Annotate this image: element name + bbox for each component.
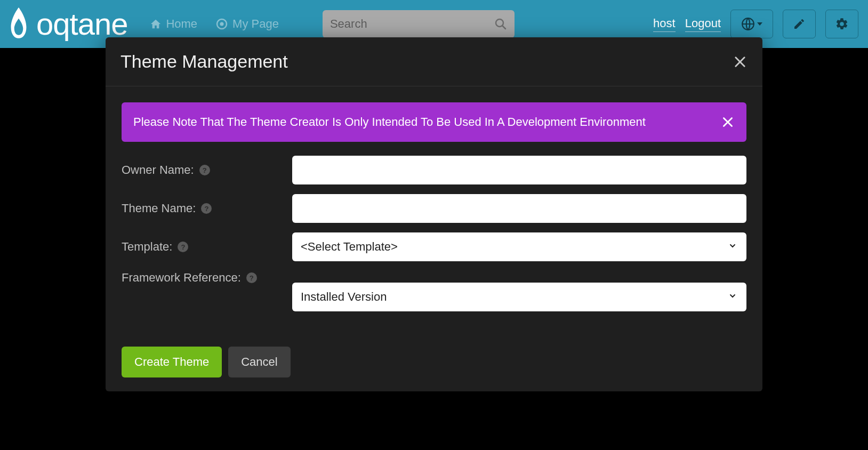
settings-button[interactable] (825, 10, 858, 38)
nav-right: host Logout (653, 10, 858, 38)
alert-text: Please Note That The Theme Creator Is On… (133, 115, 646, 129)
theme-name-input[interactable] (292, 194, 746, 223)
close-icon (733, 54, 748, 69)
framework-label-text: Framework Reference: (122, 271, 241, 285)
template-row: Template: ? <Select Template> (122, 232, 746, 261)
nav-mypage-label: My Page (232, 17, 279, 31)
warning-alert: Please Note That The Theme Creator Is On… (122, 102, 746, 142)
framework-row: Framework Reference: ? Installed Version (122, 271, 746, 311)
alert-dismiss-button[interactable] (721, 115, 735, 129)
nav-mypage[interactable]: My Page (209, 17, 285, 31)
template-select[interactable]: <Select Template> (292, 232, 746, 261)
cancel-button[interactable]: Cancel (228, 347, 290, 377)
owner-name-label: Owner Name: ? (122, 163, 282, 177)
theme-name-label-text: Theme Name: (122, 202, 196, 215)
modal-footer: Create Theme Cancel (106, 334, 762, 391)
template-select-wrap: <Select Template> (292, 232, 746, 261)
target-icon (215, 18, 228, 30)
language-button[interactable] (730, 10, 773, 38)
pencil-icon (793, 18, 806, 30)
user-name-link[interactable]: host (653, 17, 676, 32)
owner-name-label-text: Owner Name: (122, 163, 194, 177)
svg-point-1 (220, 22, 224, 26)
create-theme-button[interactable]: Create Theme (122, 347, 222, 377)
owner-name-input[interactable] (292, 156, 746, 184)
brand-logo: oqtane (5, 7, 138, 41)
svg-line-3 (502, 26, 505, 29)
chevron-down-icon (757, 22, 762, 26)
flame-icon (5, 7, 32, 41)
modal-close-button[interactable] (733, 54, 748, 69)
search-icon[interactable] (494, 18, 507, 30)
brand-text: oqtane (36, 9, 127, 39)
framework-select-wrap: Installed Version (292, 283, 746, 311)
edit-button[interactable] (783, 10, 816, 38)
search-input[interactable] (330, 17, 494, 31)
theme-name-label: Theme Name: ? (122, 202, 282, 215)
help-icon[interactable]: ? (178, 242, 188, 252)
framework-select[interactable]: Installed Version (292, 283, 746, 311)
modal-header: Theme Management (106, 37, 762, 86)
help-icon[interactable]: ? (246, 272, 257, 283)
nav-home[interactable]: Home (143, 17, 204, 31)
search-box (323, 10, 515, 38)
template-label: Template: ? (122, 240, 282, 254)
framework-label: Framework Reference: ? (122, 271, 282, 285)
logout-link[interactable]: Logout (685, 17, 721, 32)
owner-name-row: Owner Name: ? (122, 156, 746, 184)
modal-title: Theme Management (120, 51, 288, 72)
modal-body: Please Note That The Theme Creator Is On… (106, 86, 762, 334)
help-icon[interactable]: ? (199, 165, 210, 175)
globe-icon (741, 17, 755, 31)
theme-management-modal: Theme Management Please Note That The Th… (106, 37, 762, 391)
close-icon (721, 115, 735, 129)
template-label-text: Template: (122, 240, 172, 254)
nav-home-label: Home (166, 17, 197, 31)
home-icon (150, 19, 162, 29)
theme-name-row: Theme Name: ? (122, 194, 746, 223)
gear-icon (835, 17, 849, 31)
help-icon[interactable]: ? (201, 203, 212, 214)
